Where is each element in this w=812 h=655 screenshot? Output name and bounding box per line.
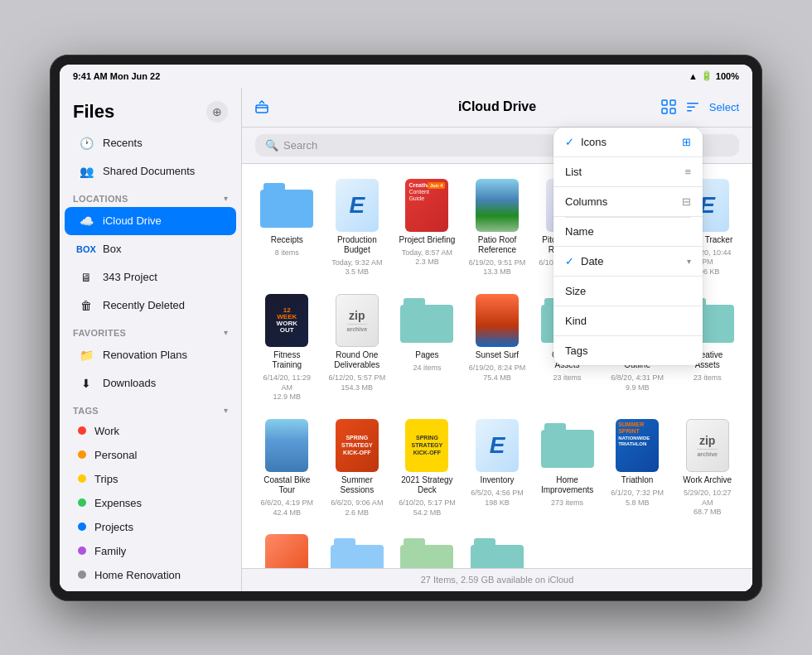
- home-improvements-name: Home Improvements: [539, 475, 596, 495]
- file-item-home-improvements[interactable]: Home Improvements 273 items: [535, 414, 599, 523]
- file-item-coastal-bike[interactable]: Coastal Bike Tour 6/6/20, 4:19 PM42.4 MB: [255, 414, 319, 523]
- summer-sessions-icon: SPRINGSTRATEGYKICK-OFF: [331, 419, 384, 472]
- file-item-production-budget[interactable]: E Production Budget Today, 9:32 AM3.5 MB: [326, 174, 389, 282]
- date-arrow: ▾: [687, 257, 691, 266]
- round-one-meta: 6/12/20, 5:57 PM154.3 MB: [329, 373, 386, 393]
- toolbar: iCloud Drive: [242, 88, 752, 128]
- file-item-pages[interactable]: Pages 24 items: [395, 289, 459, 407]
- projects-tag-label: Projects: [94, 521, 133, 533]
- dropdown-menu: ✓ Icons ⊞ List ≡ Columns ⊟: [553, 128, 703, 366]
- renovation-label: Renovation Plans: [103, 349, 187, 361]
- file-item-receipts[interactable]: Receipts 8 items: [255, 174, 319, 282]
- work-archive-icon: zip archive: [681, 419, 734, 472]
- svg-rect-5: [687, 103, 698, 104]
- dropdown-list[interactable]: List ≡: [553, 157, 703, 187]
- back-button[interactable]: [255, 100, 268, 113]
- sidebar-item-trips-tag[interactable]: Trips: [65, 467, 236, 491]
- deleted-label: Recently Deleted: [103, 299, 185, 311]
- svg-rect-4: [670, 108, 675, 113]
- dropdown-kind[interactable]: Kind: [553, 306, 703, 336]
- recents-label: Recents: [103, 137, 143, 149]
- file-item-summer-sessions[interactable]: SPRINGSTRATEGYKICK-OFF Summer Sessions 6…: [326, 414, 389, 523]
- dropdown-size[interactable]: Size: [553, 277, 703, 306]
- fitness-icon: 12 WEEK WORK OUT: [260, 294, 313, 347]
- file-item-strategy-2021[interactable]: SPRINGSTRATEGYKICK-OFF 2021 Strategy Dec…: [395, 414, 459, 523]
- 343-label: 343 Project: [103, 271, 157, 283]
- status-time: 9:41 AM Mon Jun 22: [73, 71, 160, 81]
- svg-rect-1: [662, 100, 667, 105]
- shared-label: Shared Documents: [103, 165, 195, 177]
- sidebar-item-shared[interactable]: 👥 Shared Documents: [65, 157, 236, 185]
- personal-dot: [78, 450, 86, 459]
- sidebar-item-downloads[interactable]: ⬇ Downloads: [65, 369, 236, 397]
- keynote-folder-icon: [331, 534, 384, 567]
- dropdown-date[interactable]: ✓ Date ▾: [553, 247, 703, 277]
- file-item-meal-prep[interactable]: Meal Prep 5/25/20, 8:39 PM1.4 MB: [255, 529, 319, 567]
- dropdown-icons[interactable]: ✓ Icons ⊞: [553, 128, 703, 157]
- sidebar-add-button[interactable]: ⊕: [206, 101, 228, 123]
- sunset-surf-icon: [471, 294, 524, 347]
- sunset-surf-name: Sunset Surf: [476, 350, 519, 360]
- home-dot: [78, 571, 86, 579]
- sidebar-item-box[interactable]: BOX Box: [65, 235, 236, 263]
- work-archive-meta: 5/29/20, 10:27 AM68.7 MB: [679, 489, 736, 518]
- svg-rect-7: [687, 110, 692, 112]
- sidebar-item-expenses-tag[interactable]: Expenses: [65, 491, 236, 515]
- triathlon-meta: 6/1/20, 7:32 PM5.8 MB: [611, 489, 664, 508]
- file-item-round-one[interactable]: zip archive Round One Deliverables 6/12/…: [326, 289, 389, 407]
- locations-chevron[interactable]: ▾: [224, 194, 228, 203]
- svg-rect-0: [256, 105, 268, 113]
- strategy-2021-name: 2021 Strategy Deck: [399, 475, 456, 495]
- favorites-chevron[interactable]: ▾: [224, 328, 228, 337]
- select-button[interactable]: Select: [709, 101, 739, 113]
- sidebar-item-deleted[interactable]: 🗑 Recently Deleted: [65, 291, 236, 320]
- view-toggle-button[interactable]: [661, 99, 676, 114]
- tags-section-header: Tags ▾: [60, 397, 241, 419]
- file-item-numbers[interactable]: Numbers 16 items: [395, 529, 459, 567]
- summer-sessions-meta: 6/6/20, 9:06 AM2.6 MB: [331, 498, 383, 518]
- search-icon: 🔍: [265, 139, 278, 152]
- sort-button[interactable]: [686, 100, 699, 113]
- dropdown-columns[interactable]: Columns ⊟: [553, 187, 703, 217]
- file-item-work-archive[interactable]: zip archive Work Archive 5/29/20, 10:27 …: [675, 414, 739, 523]
- coastal-bike-name: Coastal Bike Tour: [259, 475, 316, 495]
- status-bottom: 27 Items, 2.59 GB available on iCloud: [242, 568, 752, 591]
- ipad-frame: 9:41 AM Mon Jun 22 ▲ 🔋 100% Files ⊕ 🕐 Re…: [50, 55, 762, 601]
- home-tag-label: Home Renovation: [94, 569, 181, 581]
- project-briefing-icon: Creative Content Guide Jun 4: [400, 179, 453, 232]
- trips-dot: [78, 474, 86, 483]
- file-item-keynote[interactable]: Keynote 37 items: [326, 529, 389, 567]
- sidebar-item-343[interactable]: 🖥 343 Project: [65, 263, 236, 291]
- patio-roof-name: Patio Roof Reference: [469, 235, 526, 255]
- sidebar-item-projects-tag[interactable]: Projects: [65, 515, 236, 539]
- file-item-fitness[interactable]: 12 WEEK WORK OUT Fitness Training 6/14/2…: [255, 289, 319, 407]
- sidebar-item-recents[interactable]: 🕐 Recents: [65, 129, 236, 157]
- production-budget-meta: Today, 9:32 AM3.5 MB: [331, 258, 382, 277]
- file-item-inventory[interactable]: E Inventory 6/5/20, 4:56 PM198 KB: [466, 414, 529, 523]
- family-dot: [78, 547, 86, 555]
- tags-chevron[interactable]: ▾: [224, 406, 228, 415]
- sidebar-item-icloud[interactable]: ☁️ iCloud Drive: [65, 207, 236, 235]
- round-one-icon: zip archive: [331, 294, 384, 347]
- sidebar-item-family-tag[interactable]: Family: [65, 539, 236, 563]
- invoices-icon: [471, 534, 524, 567]
- file-item-triathlon[interactable]: SUMMERSPRINT NATIONWIDE TRIATHLON Triath…: [606, 414, 669, 523]
- folder-upload-icon: [255, 100, 268, 113]
- svg-rect-2: [670, 100, 675, 105]
- file-item-project-briefing[interactable]: Creative Content Guide Jun 4 Project Bri…: [395, 174, 459, 282]
- sunset-surf-meta: 6/19/20, 8:24 PM75.4 MB: [469, 364, 526, 383]
- file-item-invoices[interactable]: Invoices 8 items: [466, 529, 529, 567]
- sidebar-item-home-tag[interactable]: Home Renovation: [65, 563, 236, 587]
- file-item-patio-roof[interactable]: Patio Roof Reference 6/19/20, 9:51 PM13.…: [466, 174, 529, 282]
- creative-assets-meta: 23 items: [694, 373, 722, 383]
- sidebar-item-renovation[interactable]: 📁 Renovation Plans: [65, 341, 236, 369]
- dropdown-name[interactable]: Name: [553, 217, 703, 247]
- file-item-sunset-surf[interactable]: Sunset Surf 6/19/20, 8:24 PM75.4 MB: [466, 289, 529, 407]
- dropdown-tags[interactable]: Tags: [553, 336, 703, 365]
- sidebar-item-work-tag[interactable]: Work: [65, 419, 236, 443]
- status-right: ▲ 🔋 100%: [689, 70, 739, 81]
- dropdown-tags-label: Tags: [565, 344, 587, 357]
- favorites-section-header: Favorites ▾: [60, 320, 241, 341]
- box-icon: BOX: [78, 241, 94, 258]
- sidebar-item-personal-tag[interactable]: Personal: [65, 443, 236, 467]
